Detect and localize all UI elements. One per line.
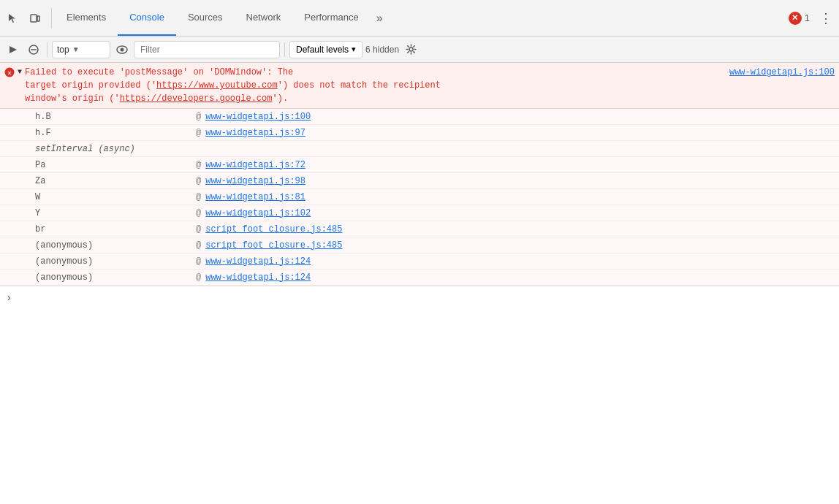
stack-link[interactable]: www-widgetapi.js:124 [205,272,311,283]
device-toolbar-icon[interactable] [25,8,45,28]
stack-row: (anonymous) @ script_foot_closure.js:485 [0,237,839,253]
console-input-row: › [0,286,839,309]
stack-link[interactable]: www-widgetapi.js:102 [205,208,311,218]
svg-rect-1 [37,16,39,21]
stack-row: Pa @ www-widgetapi.js:72 [0,157,839,173]
stack-link[interactable]: www-widgetapi.js:124 [205,256,311,267]
tab-sources[interactable]: Sources [176,0,235,36]
error-badge[interactable]: ✕ 1 [789,12,810,25]
stack-at: @ [196,272,201,283]
stack-fn: Pa [35,160,196,170]
console-input[interactable] [16,293,833,303]
stack-fn: setInterval (async) [35,144,135,154]
tab-bar: Elements Console Sources Network Perform… [55,0,789,36]
stack-at: @ [196,256,201,267]
error-source-link[interactable]: www-widgetapi.js:100 [729,67,835,77]
toolbar-right: ✕ 1 ⋮ [789,8,836,28]
stack-fn: (anonymous) [35,256,196,267]
toolbar-divider [47,42,48,57]
prompt-icon: › [6,292,12,304]
hidden-count: 6 hidden [365,45,399,55]
stack-row: Za @ www-widgetapi.js:98 [0,173,839,189]
error-circle-icon: ✕ [789,12,802,25]
error-icon: ✕ [4,67,15,80]
clear-console-button[interactable] [25,41,42,58]
stack-fn: Za [35,176,196,186]
svg-point-7 [409,47,413,51]
svg-text:✕: ✕ [7,69,12,77]
console-settings-button[interactable] [402,41,420,58]
stack-row: h.B @ www-widgetapi.js:100 [0,109,839,125]
stack-link[interactable]: www-widgetapi.js:97 [205,128,305,138]
stack-row: br @ script_foot_closure.js:485 [0,221,839,237]
stack-fn: (anonymous) [35,272,196,283]
svg-point-6 [121,47,124,51]
error-row: ✕ ▼ Failed to execute 'postMessage' on '… [0,63,839,109]
expand-arrow-icon[interactable]: ▼ [18,68,22,76]
stack-frames: h.B @ www-widgetapi.js:100h.F @ www-widg… [0,109,839,286]
stack-fn: W [35,192,196,202]
tab-console[interactable]: Console [118,0,176,36]
stack-fn: (anonymous) [35,240,196,251]
svg-marker-2 [10,46,17,53]
stack-at: @ [196,160,201,170]
google-link[interactable]: https://developers.google.com [120,93,273,104]
more-tabs-button[interactable]: » [371,0,389,36]
console-content: ✕ ▼ Failed to execute 'postMessage' on '… [0,63,839,504]
stack-row: setInterval (async) [0,141,839,157]
stack-at: @ [196,176,201,186]
log-levels-button[interactable]: Default levels ▾ [289,41,362,58]
three-dot-menu-button[interactable]: ⋮ [816,8,836,28]
stack-row: (anonymous) @ www-widgetapi.js:124 [0,253,839,270]
stack-link[interactable]: script_foot_closure.js:485 [205,240,342,251]
main-area: top ▼ Default levels ▾ 6 hidden [0,37,839,504]
stack-fn: Y [35,208,196,218]
error-count: 1 [805,12,810,23]
tab-performance[interactable]: Performance [292,0,370,36]
stack-row: Y @ www-widgetapi.js:102 [0,205,839,221]
stack-link[interactable]: www-widgetapi.js:98 [205,176,305,186]
toolbar-icons [3,8,52,28]
stack-fn: h.B [35,112,196,122]
filter-input[interactable] [134,41,280,58]
cursor-icon[interactable] [3,8,23,28]
stack-link[interactable]: www-widgetapi.js:81 [205,192,305,202]
stack-fn: br [35,224,196,234]
svg-rect-0 [31,15,37,22]
stack-at: @ [196,224,201,234]
stack-link[interactable]: www-widgetapi.js:100 [205,112,311,122]
devtools-toolbar: Elements Console Sources Network Perform… [0,0,839,37]
execute-script-button[interactable] [4,41,22,58]
youtube-link[interactable]: https://www.youtube.com [156,80,278,91]
stack-link[interactable]: script_foot_closure.js:485 [205,224,342,234]
stack-link[interactable]: www-widgetapi.js:72 [205,160,305,170]
toolbar-divider2 [284,42,285,57]
stack-row: W @ www-widgetapi.js:81 [0,189,839,205]
context-selector[interactable]: top ▼ [52,41,110,58]
console-toolbar: top ▼ Default levels ▾ 6 hidden [0,37,839,63]
tab-network[interactable]: Network [235,0,293,36]
stack-at: @ [196,192,201,202]
tab-elements[interactable]: Elements [55,0,118,36]
eye-button[interactable] [113,41,131,58]
stack-at: @ [196,240,201,251]
stack-at: @ [196,128,201,138]
stack-at: @ [196,208,201,218]
stack-row: (anonymous) @ www-widgetapi.js:124 [0,270,839,286]
error-message-text: Failed to execute 'postMessage' on 'DOMW… [25,66,724,105]
stack-row: h.F @ www-widgetapi.js:97 [0,125,839,141]
stack-fn: h.F [35,128,196,138]
stack-at: @ [196,112,201,122]
